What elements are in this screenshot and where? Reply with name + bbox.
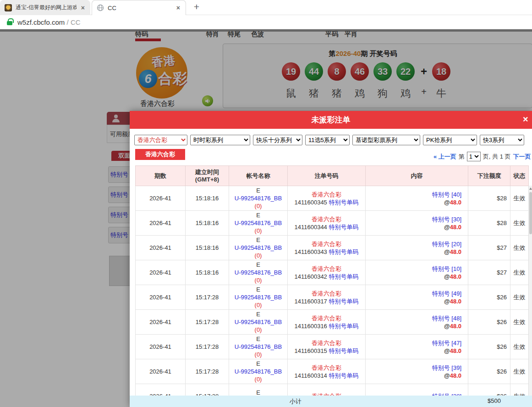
ticket-number: 1411600342 [295,273,327,280]
bet-detail-link[interactable]: 特别号 [40] [432,191,461,198]
cell-content: 特别号 [47] @48.0 [366,335,468,359]
header-ticket: 注单号码 [288,166,366,186]
ticket-type-link[interactable]: 特别号单码 [329,199,358,206]
ticket-type-link[interactable]: 特别号单码 [329,347,358,354]
header-time: 建立时间 (GMT+8) [186,166,229,186]
new-tab-button[interactable]: + [191,1,203,13]
account-link[interactable]: U-992548176_BB [235,244,282,251]
game-name: 香港六合彩 [288,215,365,223]
cell-ticket: 香港六合彩 1411600345 特别号单码 [288,186,366,211]
prev-page-link[interactable]: « 上一页 [433,153,456,161]
page-select[interactable]: 1 [467,152,481,161]
table-scrollbar[interactable] [528,186,532,396]
next-page-link[interactable]: 下一页 [513,153,531,161]
cell-amount: $26 [468,335,510,359]
game-series-select[interactable]: 基诺型彩票系列 [352,135,420,145]
scrollbar-thumb[interactable] [529,192,532,234]
account-prefix: E [229,360,287,368]
ticket-number: 1411600314 [295,372,327,379]
ticket-type-link[interactable]: 特别号单码 [329,224,358,231]
tab-close-icon[interactable]: × [176,4,181,11]
account-count: (0) [229,326,287,334]
account-prefix: E [229,211,287,219]
cell-time: 15:17:28 [186,359,229,384]
ticket-type-link[interactable]: 特别号单码 [329,298,358,305]
game-series-select[interactable]: 11选5系列 [305,135,350,145]
bet-detail-link[interactable]: 特别号 [48] [432,315,461,322]
cell-period: 2026-41 [136,236,186,260]
odds-at: @ [444,323,450,330]
ticket-number: 1411600317 [295,298,327,305]
game-series-select[interactable]: 快乐十分系列 [253,135,302,145]
odds-at: @ [444,248,450,255]
page-label-pre: 第 [459,153,465,161]
browser-tab-tongbao[interactable]: 通宝-信誉最好的网上游戏平 × [0,0,90,15]
modal-title: 未派彩注单 [130,111,532,129]
account-prefix: E [229,236,287,244]
lock-icon [7,21,12,25]
cell-ticket: 香港六合彩 1411600316 特别号单码 [288,310,366,335]
odds-value: 48.0 [450,273,461,280]
account-link[interactable]: U-992548176_BB [235,294,282,301]
subtotal-bar: 小计 $500 [130,396,532,407]
close-icon[interactable]: × [523,114,528,125]
game-series-select[interactable]: 香港六合彩 [134,135,187,145]
cell-status: 生效 [510,335,529,359]
table-row: 2026-41 15:17:28 E U-992548176_BB (0) 香港… [136,285,529,310]
account-link[interactable]: U-992548176_BB [235,269,282,276]
odds-at: @ [444,372,450,379]
header-account: 帐号名称 [229,166,288,186]
cell-ticket: 香港六合彩 1411600315 特别号单码 [288,335,366,359]
game-series-select[interactable]: PK拾系列 [423,135,477,145]
account-link[interactable]: U-992548176_BB [235,319,282,325]
table-row: 2026-41 15:17:28 E U-992548176_BB (0) 香港… [136,310,529,335]
address-bar[interactable]: w5zf.cbcfo.com / CC [0,16,532,29]
header-amount: 下注额度 [468,166,510,186]
cell-amount: $27 [468,236,510,260]
ticket-type-link[interactable]: 特别号单码 [329,273,358,280]
account-link[interactable]: U-992548176_BB [235,195,282,202]
active-game-button[interactable]: 香港六合彩 [135,149,185,160]
cell-time: 15:18:16 [186,211,229,236]
odds-value: 48.0 [450,372,461,379]
account-count: (0) [229,351,287,358]
tab-favicon-globe-icon [97,4,104,11]
header-time-line1: 建立时间 [186,169,229,176]
cell-time: 15:18:16 [186,236,229,260]
bet-detail-link[interactable]: 特别号 [10] [432,265,461,272]
account-count: (0) [229,301,287,309]
bet-detail-link[interactable]: 特别号 [30] [432,216,461,223]
odds-value: 48.0 [450,199,461,206]
account-link[interactable]: U-992548176_BB [235,368,282,375]
cell-ticket: 香港六合彩 1411600314 特别号单码 [288,359,366,384]
url-host: w5zf.cbcfo.com [17,18,65,26]
scrollbar-up-arrow-icon[interactable] [529,187,532,190]
cell-content: 特别号 [39] @48.0 [366,359,468,384]
game-name: 香港六合彩 [288,240,365,248]
bet-detail-link[interactable]: 特别号 [49] [432,290,461,297]
account-link[interactable]: U-992548176_BB [235,220,282,226]
account-link[interactable]: U-992548176_BB [235,343,282,350]
cell-period: 2026-41 [136,260,186,285]
ticket-type-link[interactable]: 特别号单码 [329,323,358,330]
cell-amount: $28 [468,186,510,211]
ticket-type-link[interactable]: 特别号单码 [329,372,358,379]
bet-detail-link[interactable]: 特别号 [20] [432,241,461,248]
game-series-select[interactable]: 时时彩系列 [190,135,250,145]
header-content: 内容 [366,166,468,186]
game-series-select[interactable]: 快3系列 [480,135,524,145]
cell-time: 15:17:28 [186,335,229,359]
url-text: w5zf.cbcfo.com / CC [17,18,81,26]
table-row: 2026-41 15:18:16 E U-992548176_BB (0) 香港… [136,186,529,211]
table-row: 2026-41 15:17:28 E U-992548176_BB (0) 香港… [136,335,529,359]
browser-tab-cc[interactable]: CC × [92,0,186,15]
tab-close-icon[interactable]: × [80,4,86,11]
account-count: (0) [229,252,287,259]
ticket-type-link[interactable]: 特别号单码 [329,248,358,255]
bet-detail-link[interactable]: 特别号 [47] [432,340,461,346]
bet-detail-link[interactable]: 特别号 [39] [432,364,461,371]
odds-at: @ [444,273,450,280]
cell-content: 特别号 [40] @48.0 [366,186,468,211]
odds-at: @ [444,224,450,231]
account-count: (0) [229,202,287,210]
